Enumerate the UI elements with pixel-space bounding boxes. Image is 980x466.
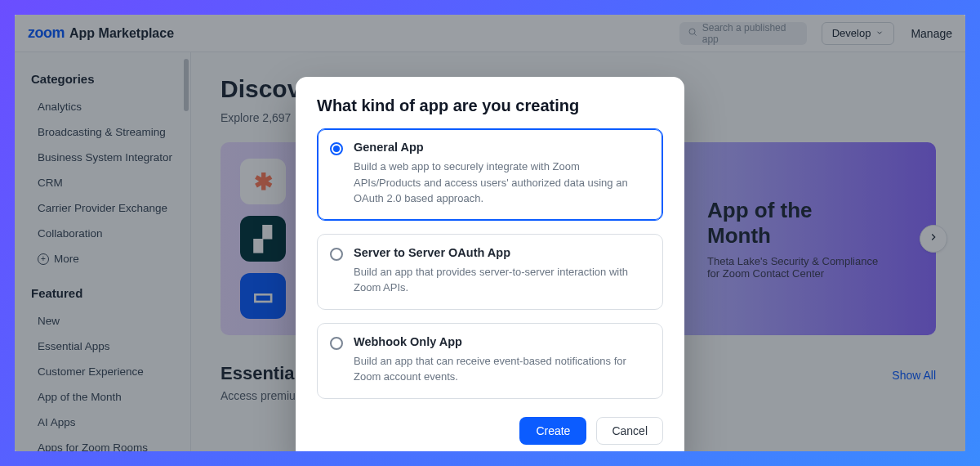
- option-general-app[interactable]: General App Build a web app to securely …: [317, 128, 663, 221]
- app-frame: zoom App Marketplace Search a published …: [15, 15, 965, 451]
- option-title: Webhook Only App: [354, 335, 649, 348]
- radio-icon: [330, 248, 343, 261]
- radio-icon: [330, 142, 343, 155]
- option-desc: Build an app that provides server-to-ser…: [354, 264, 649, 296]
- modal-title: What kind of app are you creating: [317, 96, 663, 115]
- modal-actions: Create Cancel: [317, 417, 663, 445]
- cancel-button[interactable]: Cancel: [596, 417, 663, 445]
- create-button[interactable]: Create: [519, 417, 586, 445]
- create-app-modal: What kind of app are you creating Genera…: [296, 77, 684, 451]
- option-title: Server to Server OAuth App: [354, 246, 649, 259]
- radio-icon: [330, 337, 343, 350]
- option-webhook-only[interactable]: Webhook Only App Build an app that can r…: [317, 323, 663, 399]
- option-desc: Build an app that can receive event-base…: [354, 353, 649, 385]
- option-server-oauth[interactable]: Server to Server OAuth App Build an app …: [317, 234, 663, 310]
- option-title: General App: [354, 141, 649, 154]
- option-desc: Build a web app to securely integrate wi…: [354, 159, 649, 207]
